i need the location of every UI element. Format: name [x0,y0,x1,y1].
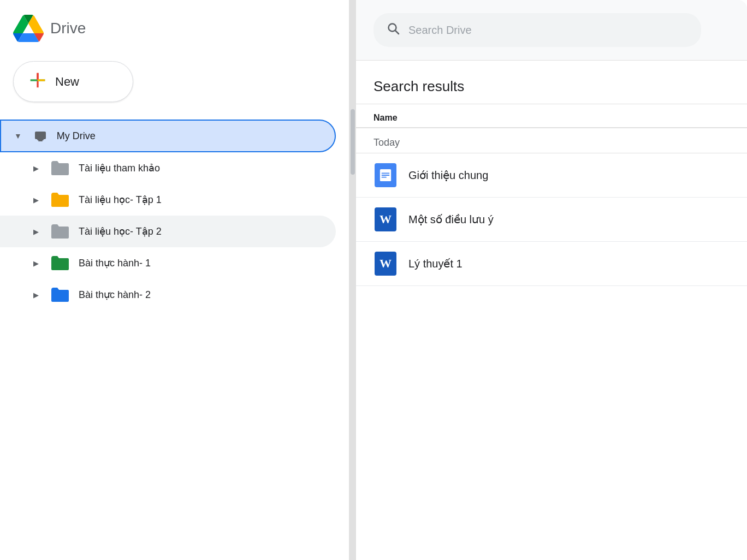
main-content: Search Drive Search results Name Today [356,0,747,560]
folder-chevron-3[interactable]: ▶ [31,259,42,267]
result-name-0: Giới thiệu chung [408,169,488,182]
folder-name-1: Tài liệu học- Tập 1 [79,194,162,206]
result-row-1[interactable]: W Một số điều lưu ý [356,198,747,242]
svg-rect-4 [35,132,46,139]
gdoc-icon [375,163,396,187]
my-drive-label: My Drive [57,130,96,142]
search-bar-container: Search Drive [356,0,747,61]
result-row-2[interactable]: W Lý thuyết 1 [356,242,747,286]
results-area: Search results Name Today [356,61,747,560]
my-drive-icon [33,128,48,144]
folder-name-2: Tài liệu học- Tập 2 [79,225,162,237]
search-icon [387,22,400,38]
folder-icon-blue [50,287,70,303]
folder-name-4: Bài thực hành- 2 [79,289,151,301]
name-column-header: Name [374,113,398,122]
folder-chevron-1[interactable]: ▶ [31,196,42,204]
svg-line-8 [395,31,399,34]
folder-item-4[interactable]: ▶ Bài thực hành- 2 [0,279,336,311]
folder-name-0: Tài liệu tham khảo [79,162,160,174]
drive-logo-icon [13,13,44,44]
svg-rect-5 [37,139,44,140]
logo-area: Drive [0,13,349,61]
file-icon-2: W [374,252,398,276]
folder-icon-gray [50,160,70,176]
plus-icon [29,72,46,92]
folder-item-0[interactable]: ▶ Tài liệu tham khảo [0,152,336,184]
folder-chevron-0[interactable]: ▶ [31,164,42,172]
folder-icon-green [50,255,70,271]
svg-rect-12 [382,177,387,178]
svg-rect-11 [382,175,390,176]
result-row-0[interactable]: Giới thiệu chung [356,153,747,198]
folder-item-2[interactable]: ▶ Tài liệu học- Tập 2 [0,216,336,247]
app-title: Drive [50,20,86,37]
result-name-1: Một số điều lưu ý [408,213,494,226]
folder-item-1[interactable]: ▶ Tài liệu học- Tập 1 [0,184,336,216]
svg-rect-10 [382,172,390,174]
folder-icon-orange [50,192,70,208]
search-bar[interactable]: Search Drive [374,13,701,47]
sidebar: Drive New ▼ My Drive ▶ [0,0,349,560]
folder-name-3: Bài thực hành- 1 [79,257,151,269]
svg-rect-6 [38,140,43,141]
search-input-placeholder[interactable]: Search Drive [408,24,472,37]
file-icon-1: W [374,207,398,231]
word-icon-2: W [375,252,396,276]
chevron-down-icon: ▼ [14,132,22,140]
folder-item-3[interactable]: ▶ Bài thực hành- 1 [0,247,336,279]
folder-icon-gray2 [50,223,70,240]
file-icon-0 [374,163,398,187]
new-button[interactable]: New [13,61,133,102]
word-icon-1: W [375,207,396,231]
folder-chevron-2[interactable]: ▶ [31,228,42,236]
folder-chevron-4[interactable]: ▶ [31,291,42,299]
today-section-label: Today [356,128,747,153]
results-title: Search results [356,61,747,104]
sidebar-item-my-drive[interactable]: ▼ My Drive [0,120,336,152]
new-button-label: New [55,75,79,89]
result-name-2: Lý thuyết 1 [408,257,463,270]
